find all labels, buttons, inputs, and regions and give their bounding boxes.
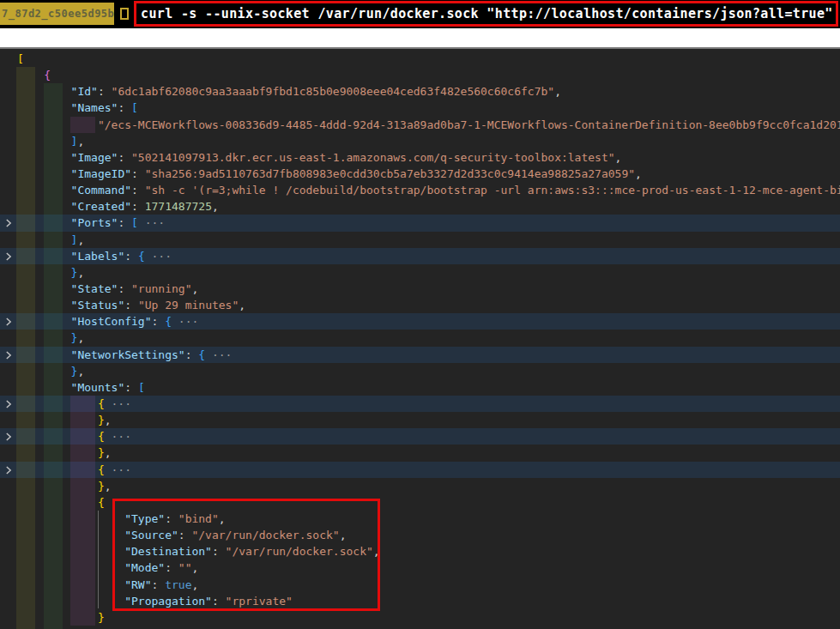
code-token-k: "State" (71, 282, 118, 295)
code-line: }, (0, 412, 840, 428)
code-token-b1: { (98, 496, 105, 509)
code-line: "RW": true, (0, 577, 840, 593)
code-token-p: : (212, 595, 226, 608)
code-token-p: : (152, 578, 166, 591)
code-token-p: : (152, 315, 166, 328)
code-token-k: "HostConfig" (71, 315, 152, 328)
code-token-s: "running" (131, 282, 191, 295)
code-line: ] (0, 626, 840, 629)
code-line: "Command": "sh -c '(r=3;while ! /codebui… (0, 182, 840, 198)
code-line-folded: "Ports": [ ··· (0, 215, 840, 231)
code-token-p: , (191, 578, 198, 591)
code-token-s: "/ecs-MCEWorkflows-008336d9-4485-4ddd-92… (98, 118, 840, 131)
code-token-b3: [ (131, 101, 138, 114)
code-token-k: "Id" (71, 85, 98, 98)
code-token-s: "rprivate" (226, 595, 293, 608)
code-token-e: ··· (105, 397, 131, 410)
code-token-p: : (185, 348, 199, 361)
code-token-b1: { (98, 397, 105, 410)
code-token-s: "502141097913.dkr.ecr.us-east-1.amazonaw… (131, 151, 615, 164)
code-line: "ImageID": "sha256:9ad5110763d7fb808983e… (0, 166, 840, 182)
code-token-k: "Mode" (124, 561, 165, 574)
fold-chevron-icon[interactable] (3, 431, 15, 443)
code-token-k: "Ports" (71, 216, 118, 229)
code-token-k: "ImageID" (71, 167, 131, 180)
fold-chevron-icon[interactable] (3, 464, 15, 476)
fold-chevron-icon[interactable] (3, 349, 15, 361)
code-token-p: : (131, 167, 145, 180)
code-line-folded: "NetworkSettings": { ··· (0, 347, 840, 363)
code-token-b3: [ (138, 381, 145, 394)
fold-chevron-icon[interactable] (3, 217, 15, 229)
code-token-s: "bind" (178, 512, 219, 525)
code-token-p: , (192, 282, 199, 295)
code-token-b1: } (98, 480, 105, 493)
code-line: "Names": [ (0, 100, 840, 116)
code-token-b1: } (98, 414, 105, 426)
code-token-p: : (118, 282, 131, 295)
code-line: }, (0, 363, 840, 379)
code-token-k: "Type" (124, 512, 165, 525)
code-token-kw: true (165, 578, 191, 591)
code-line: [ (0, 51, 840, 67)
code-line-folded: { ··· (0, 428, 840, 445)
code-token-s: "6dc1abf62080c9aa3aaabf9fbd1c85b0e9008ee… (112, 85, 555, 98)
code-token-k: "RW" (124, 578, 151, 591)
code-token-k: "Image" (71, 151, 118, 164)
code-line: "Mounts": [ (0, 379, 840, 396)
code-token-k: "Destination" (124, 545, 212, 558)
code-line: "Image": "502141097913.dkr.ecr.us-east-1… (0, 149, 840, 166)
json-code-area: [{"Id": "6dc1abf62080c9aa3aaabf9fbd1c85b… (0, 49, 840, 629)
code-line: ], (0, 232, 840, 248)
code-token-p: , (373, 545, 380, 558)
code-line: } (0, 609, 840, 626)
code-token-p: : (165, 561, 178, 574)
code-token-b3: { (198, 348, 205, 361)
code-line: { (0, 494, 840, 511)
code-token-p: , (77, 135, 84, 148)
code-token-s: "/var/run/docker.sock" (226, 545, 373, 558)
code-line-folded: { ··· (0, 396, 840, 412)
code-token-p: , (615, 151, 622, 164)
code-token-k: "Propagation" (124, 595, 212, 608)
code-token-k: "NetworkSettings" (71, 348, 185, 361)
code-token-p: , (77, 233, 84, 246)
code-token-p: : (124, 381, 138, 394)
code-token-p: : (118, 101, 131, 114)
code-token-b1: { (98, 463, 105, 476)
fold-chevron-icon[interactable] (3, 316, 15, 328)
code-token-s: "sha256:9ad5110763d7fb808983e0cdd30cb5a7… (145, 167, 635, 180)
curl-command-text[interactable]: curl -s --unix-socket /var/run/docker.so… (141, 6, 833, 21)
code-line-folded: "HostConfig": { ··· (0, 313, 840, 330)
code-token-e: ··· (105, 463, 131, 476)
session-id-highlight: 7_87d2_c50ee5d95bfc (0, 3, 114, 25)
code-token-s: "" (178, 561, 192, 574)
code-line: "Created": 1771487725, (0, 198, 840, 215)
code-token-b2: { (44, 69, 51, 82)
code-token-p: , (239, 299, 245, 311)
code-token-p: , (191, 561, 198, 574)
code-token-p: : (118, 151, 131, 164)
code-token-p: , (77, 365, 84, 378)
code-token-p: : (131, 200, 145, 213)
curl-command-annotation-box: curl -s --unix-socket /var/run/docker.so… (134, 1, 838, 27)
code-line: "Type": "bind", (0, 511, 840, 527)
fold-chevron-icon[interactable] (3, 251, 15, 263)
code-line-folded: { ··· (0, 462, 840, 478)
code-line: "State": "running", (0, 281, 840, 297)
code-token-p: , (105, 480, 112, 493)
code-token-p: : (98, 85, 112, 98)
code-token-k: "Command" (71, 184, 131, 197)
code-token-p: : (131, 184, 145, 197)
code-line: "Mode": "", (0, 559, 840, 576)
code-line: }, (0, 445, 840, 461)
code-token-k: "Mounts" (71, 381, 125, 394)
code-token-p: : (165, 512, 178, 525)
code-token-p: , (219, 512, 226, 525)
code-token-p: , (105, 414, 112, 426)
code-token-e: ··· (172, 315, 198, 328)
fold-chevron-icon[interactable] (3, 398, 15, 410)
code-line: }, (0, 264, 840, 281)
terminal-command-bar: 7_87d2_c50ee5d95bfc curl -s --unix-socke… (0, 0, 840, 28)
code-token-p: , (635, 167, 642, 180)
